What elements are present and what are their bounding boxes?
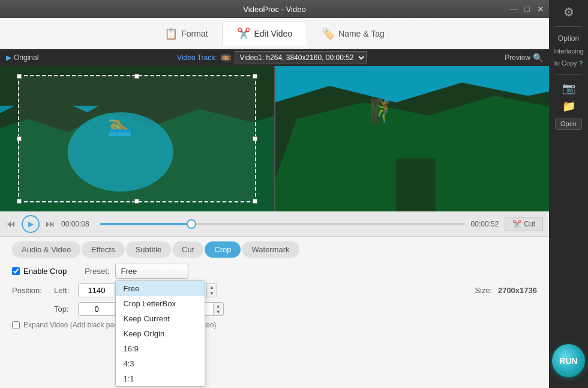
left-input[interactable] [79,284,115,297]
subtab-cut[interactable]: Cut [172,241,203,258]
position-label: Position: [12,286,48,295]
expand-row: Expand Video (Add black padding instead … [12,321,537,329]
right-up-arrow[interactable]: ▲ [207,285,217,291]
crop-panel: Enable Crop Preset: Free Crop LetterBox … [0,258,549,335]
top-input[interactable] [79,303,115,315]
title-bar: VideoProc - Video — □ ✕ [0,0,549,18]
video-frame-left: 🏊 [0,66,274,211]
name-tag-tab-icon: 🏷️ [322,27,335,40]
tab-bar: 📋 Format ✂️ Edit Video 🏷️ Name & Tag [0,18,549,49]
dropdown-item-crop-letterbox[interactable]: Crop LetterBox [116,296,205,311]
svg-text:🧗: 🧗 [369,97,398,125]
minimize-button[interactable]: — [509,4,518,14]
playback-slider[interactable] [100,223,465,225]
crop-handle-tl[interactable] [17,74,22,79]
playback-thumb[interactable] [187,219,196,229]
subtab-crop[interactable]: Crop [205,241,241,258]
prev-frame-icon[interactable]: ⏮ [6,219,16,229]
duration: 00:00:52 [471,220,499,228]
crop-handle-ml[interactable] [17,136,22,141]
bottom-arrows: ▲ ▼ [213,303,223,315]
gear-icon[interactable]: ⚙ [563,5,574,19]
enable-crop-checkbox[interactable] [12,267,20,275]
close-button[interactable]: ✕ [537,4,544,14]
subtab-effects[interactable]: Effects [82,241,125,258]
video-top-bar: ▶ Original Video Track: 🎞️ Video1: h264,… [0,49,549,66]
bottom-down-arrow[interactable]: ▼ [214,309,223,315]
expand-video-checkbox[interactable] [12,321,20,329]
format-tab-label: Format [181,29,208,38]
cut-button[interactable]: ✂️ Cut [505,217,543,231]
dropdown-item-1-1[interactable]: 1:1 [116,371,205,386]
cut-icon: ✂️ [512,220,521,228]
dropdown-item-4-3[interactable]: 4:3 [116,356,205,371]
app-title: VideoProc - Video [243,5,305,14]
size-label: Size: 2700x1736 [475,286,537,295]
open-button[interactable]: Open [555,118,582,130]
playback-fill [100,223,191,225]
crop-overlay[interactable] [18,75,256,202]
dropdown-item-16-9[interactable]: 16:9 [116,341,205,356]
size-value: 2700x1736 [498,286,537,295]
name-tag-tab-label: Name & Tag [338,29,385,38]
next-frame-icon[interactable]: ⏭ [46,219,55,229]
play-button[interactable]: ▶ [22,215,40,233]
preview-label: Preview 🔍 [505,53,543,62]
option-label: Option [558,34,579,43]
left-label: Left: [54,286,72,295]
svg-rect-11 [395,159,435,211]
crop-position-row: Position: Left: ▲ ▼ Right: ▲ ▼ [12,283,537,297]
maximize-button[interactable]: □ [525,4,530,14]
current-time: 00:00:08 [61,220,94,228]
edit-video-tab-label: Edit Video [254,29,292,38]
camera-icon[interactable]: 📷 [562,82,575,95]
dropdown-item-keep-current[interactable]: Keep Current [116,311,205,326]
play-icon: ▶ [28,220,34,228]
crop-handle-tr[interactable] [253,74,257,79]
subtab-subtitle[interactable]: Subtitle [126,241,171,258]
preset-select-wrapper: Free Crop LetterBox Keep Current Keep Or… [115,264,188,279]
crop-enable-row: Enable Crop Preset: Free Crop LetterBox … [12,264,537,279]
bottom-up-arrow[interactable]: ▲ [214,303,223,309]
track-info: Video Track: 🎞️ Video1: h264, 3840x2160,… [38,51,505,64]
tab-format[interactable]: 📋 Format [150,22,222,45]
crop-handle-tm[interactable] [134,74,139,79]
right-arrows: ▲ ▼ [206,285,217,297]
crop-handle-bm[interactable] [134,199,139,204]
right-down-arrow[interactable]: ▼ [207,291,217,297]
video-track-select[interactable]: Video1: h264, 3840x2160, 00:00:52 [235,51,367,64]
edit-video-tab-icon: ✂️ [237,27,250,40]
interlacing-label: Interlacing [553,47,584,55]
dropdown-item-free[interactable]: Free [116,281,205,296]
original-label: ▶ Original [6,53,38,62]
crop-handle-br[interactable] [253,199,257,204]
folder-icon[interactable]: 📁 [562,100,575,113]
subtab-audio-video[interactable]: Audio & Video [12,241,80,258]
video-content-right: 🧗 [275,66,550,211]
bottom-panel: Audio & Video Effects Subtitle Cut Crop … [0,237,549,388]
video-frame-right: 🧗 [275,66,550,211]
video-frames: 🏊 [0,66,549,211]
sub-tab-bar: Audio & Video Effects Subtitle Cut Crop … [0,237,549,258]
video-bg-left: 🏊 [0,66,274,211]
crop-top-bottom-row: Top: ▲ ▼ Bottom: ▲ ▼ [12,302,537,316]
preset-select[interactable]: Free Crop LetterBox Keep Current Keep Or… [115,264,188,279]
playback-bar: ⏮ ▶ ⏭ 00:00:08 00:00:52 ✂️ Cut [0,211,549,237]
format-tab-icon: 📋 [164,27,178,40]
preset-dropdown: Free Crop LetterBox Keep Current Keep Or… [115,280,205,387]
subtab-watermark[interactable]: Watermark [242,241,299,258]
video-bg-right: 🧗 [275,66,550,211]
video-area: ▶ Original Video Track: 🎞️ Video1: h264,… [0,49,549,211]
run-button[interactable]: RUN [552,344,585,377]
top-label: Top: [54,305,72,314]
tab-edit-video[interactable]: ✂️ Edit Video [222,22,307,46]
to-copy-label: to Copy ? [554,59,583,67]
crop-handle-mr[interactable] [253,136,257,141]
crop-handle-bl[interactable] [17,199,22,204]
enable-crop-checkbox-group: Enable Crop [12,267,67,276]
video-track-label: Video Track: [177,53,217,62]
enable-crop-label: Enable Crop [23,267,67,276]
tab-name-tag[interactable]: 🏷️ Name & Tag [307,22,399,45]
preset-label: Preset: [85,267,109,276]
dropdown-item-keep-origin[interactable]: Keep Origin [116,326,205,341]
